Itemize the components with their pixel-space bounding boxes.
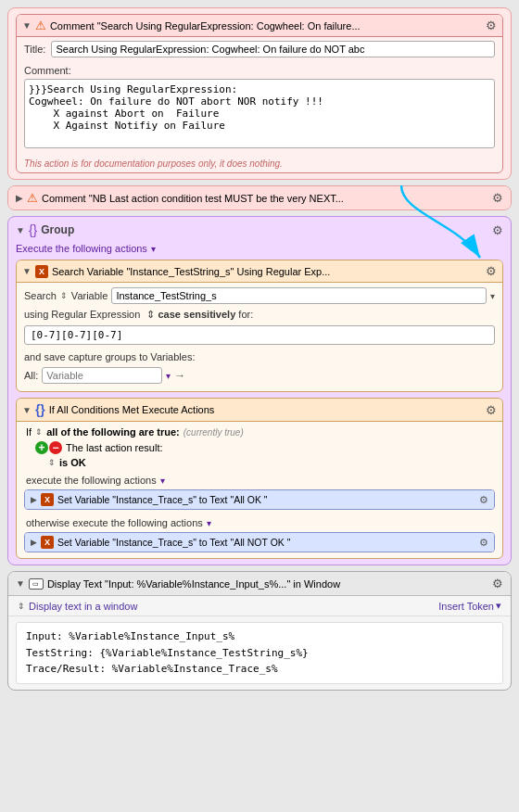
group-header: ▼ {} Group ⚙ xyxy=(16,222,503,237)
set-var-1-header: ▶ X Set Variable "Instance_Trace_s" to T… xyxy=(25,490,494,509)
gear-icon-3[interactable]: ⚙ xyxy=(492,223,503,237)
dropdown-arrow: ▾ xyxy=(490,291,495,301)
set-var-2-header: ▶ X Set Variable "Instance_Trace_s" to T… xyxy=(25,533,494,552)
search-variable-row: Search ⇕ Variable Instance_TestString_s … xyxy=(17,283,502,306)
gear-icon-7[interactable]: ⚙ xyxy=(479,537,488,549)
if-label: If xyxy=(26,426,32,438)
comment-block-1: ▼ ⚠ Comment "Search Using RegularExpress… xyxy=(7,7,512,180)
comment-body-section: Comment: }}}Search Using RegularExpressi… xyxy=(17,61,502,157)
if-sort[interactable]: ⇕ xyxy=(35,427,43,437)
if-header: ▼ {} If All Conditions Met Execute Actio… xyxy=(17,399,502,422)
plus-minus-buttons: + − xyxy=(35,441,62,454)
save-row: and save capture groups to Variables: xyxy=(17,349,502,365)
group-collapse-icon[interactable]: ▼ xyxy=(16,225,25,235)
capture-dropdown[interactable]: ▾ xyxy=(166,371,171,381)
set-var-1-title: Set Variable "Instance_Trace_s" to Text … xyxy=(57,494,475,505)
display-title: Display Text "Input: %Variable%Instance_… xyxy=(47,578,488,590)
x-icon: X xyxy=(35,265,48,278)
search-collapse[interactable]: ▼ xyxy=(22,266,32,276)
execute-label: Execute the following actions xyxy=(16,243,147,254)
using-row: using Regular Expression ⇕ case sensitiv… xyxy=(17,306,502,324)
is-ok-label: is OK xyxy=(59,457,86,468)
if-curly-icon: {} xyxy=(35,402,45,417)
set-var-2-x-icon: X xyxy=(41,536,54,549)
warning-icon-1: ⚠ xyxy=(35,19,46,32)
gear-icon-2[interactable]: ⚙ xyxy=(492,191,503,205)
display-collapse[interactable]: ▼ xyxy=(16,578,25,589)
gear-icon-5[interactable]: ⚙ xyxy=(486,403,497,417)
display-line-3: Trace/Result: %Variable%Instance_Trace_s… xyxy=(26,661,493,678)
execute-chevron-2[interactable]: ▾ xyxy=(160,476,165,486)
search-title: Search Variable "Instance_TestString_s" … xyxy=(52,266,482,277)
all-label: All: xyxy=(24,370,38,381)
if-title: If All Conditions Met Execute Actions xyxy=(49,404,482,415)
ok-sort[interactable]: ⇕ xyxy=(48,458,56,467)
variable-label: Variable xyxy=(71,290,108,301)
plus-button[interactable]: + xyxy=(35,441,48,454)
display-sort[interactable]: ⇕ xyxy=(18,602,25,611)
gear-icon-6[interactable]: ⚙ xyxy=(479,494,488,506)
case-label: ⇕ case sensitively for: xyxy=(146,309,253,320)
set-var-1: ▶ X Set Variable "Instance_Trace_s" to T… xyxy=(24,489,495,510)
comment-block-2: ▶ ⚠ Comment "NB Last action condition te… xyxy=(7,185,512,210)
set-var-2-triangle[interactable]: ▶ xyxy=(31,538,37,547)
comment-note: This action is for documentation purpose… xyxy=(17,157,502,172)
gear-icon-4[interactable]: ⚙ xyxy=(486,264,497,278)
if-collapse[interactable]: ▼ xyxy=(22,405,32,415)
sort-icon[interactable]: ⇕ xyxy=(60,291,68,300)
display-sub-label: Display text in a window xyxy=(29,601,137,612)
comment-header-1: ▼ ⚠ Comment "Search Using RegularExpress… xyxy=(17,15,502,37)
insert-token-button[interactable]: Insert Token ▾ xyxy=(438,600,501,612)
title-input[interactable] xyxy=(51,41,495,57)
is-ok-row: ⇕ is OK xyxy=(17,456,502,471)
minus-button[interactable]: − xyxy=(49,441,62,454)
if-all-label: all of the following are true: xyxy=(46,426,180,438)
currently-true: (currently true) xyxy=(184,427,244,438)
set-var-2: ▶ X Set Variable "Instance_Trace_s" to T… xyxy=(24,532,495,552)
group-curly-icon: {} xyxy=(29,222,37,237)
otherwise-chevron[interactable]: ▾ xyxy=(207,518,211,528)
search-header: ▼ X Search Variable "Instance_TestString… xyxy=(17,260,502,283)
search-label: Search xyxy=(24,290,57,301)
display-content: Input: %Variable%Instance_Input_s% TestS… xyxy=(16,622,503,684)
comment-title-row: Title: xyxy=(17,37,502,61)
comment-header-2: ▶ ⚠ Comment "NB Last action condition te… xyxy=(8,186,511,209)
display-sub-row: ⇕ Display text in a window Insert Token … xyxy=(8,596,511,616)
regex-input[interactable] xyxy=(24,325,495,345)
display-header: ▼ ▭ Display Text "Input: %Variable%Insta… xyxy=(8,572,511,596)
using-label: using Regular Expression xyxy=(24,309,140,320)
all-row: All: ▾ → xyxy=(17,365,502,386)
comment-textarea[interactable]: }}}Search Using RegularExpression: Cogwh… xyxy=(24,79,495,148)
comment-title-2: Comment "NB Last action condition test M… xyxy=(42,193,488,204)
otherwise-label: otherwise execute the following actions xyxy=(26,517,203,528)
comment-label: Comment: xyxy=(24,65,495,76)
last-action-label: The last action result: xyxy=(66,442,163,453)
if-condition-row: If ⇕ all of the following are true: (cur… xyxy=(17,422,502,439)
execute-chevron[interactable]: ▾ xyxy=(151,244,156,254)
group-block: ▼ {} Group ⚙ Execute the following actio… xyxy=(7,216,512,565)
variable-select[interactable]: Instance_TestString_s xyxy=(111,287,487,304)
group-label: Group xyxy=(41,223,488,236)
collapse-triangle-1[interactable]: ▼ xyxy=(22,20,32,31)
display-block: ▼ ▭ Display Text "Input: %Variable%Insta… xyxy=(7,571,512,691)
execute-row: Execute the following actions ▾ xyxy=(16,241,503,260)
set-var-2-title: Set Variable "Instance_Trace_s" to Text … xyxy=(57,537,475,548)
display-line-1: Input: %Variable%Instance_Input_s% xyxy=(26,628,493,645)
condition-item: + − The last action result: xyxy=(17,439,502,456)
comment-title-1: Comment "Search Using RegularExpression:… xyxy=(50,20,482,32)
arrow-icon: → xyxy=(174,369,185,382)
variable-capture-input[interactable] xyxy=(42,367,162,384)
comment-inner-1: ▼ ⚠ Comment "Search Using RegularExpress… xyxy=(16,14,503,173)
warning-icon-2: ⚠ xyxy=(27,191,38,205)
gear-icon-8[interactable]: ⚙ xyxy=(492,577,503,590)
display-line-2: TestString: {%Variable%Instance_TestStri… xyxy=(26,645,493,662)
insert-token-chevron: ▾ xyxy=(496,600,501,612)
collapse-triangle-2[interactable]: ▶ xyxy=(16,193,23,203)
set-var-1-triangle[interactable]: ▶ xyxy=(31,495,37,504)
execute-actions-label: execute the following actions xyxy=(26,475,157,486)
gear-icon-1[interactable]: ⚙ xyxy=(486,19,497,32)
if-block: ▼ {} If All Conditions Met Execute Actio… xyxy=(16,398,503,559)
set-var-1-x-icon: X xyxy=(41,493,54,506)
search-variable-block: ▼ X Search Variable "Instance_TestString… xyxy=(16,260,503,392)
otherwise-section: otherwise execute the following actions … xyxy=(17,514,502,530)
